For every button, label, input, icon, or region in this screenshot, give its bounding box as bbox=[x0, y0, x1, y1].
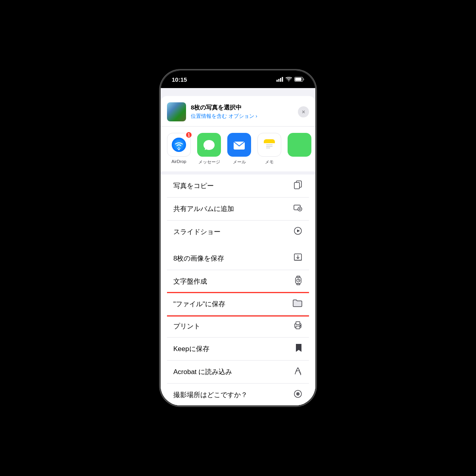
keep-item[interactable]: Keepに保存 bbox=[167, 338, 309, 361]
svg-rect-34 bbox=[296, 322, 300, 324]
messages-svg bbox=[202, 138, 216, 152]
save-to-files-item[interactable]: "ファイル"に保存 bbox=[167, 293, 309, 315]
share-header: 8枚の写真を選択中 位置情報を含む オプション › × bbox=[161, 96, 315, 127]
watch-face-label: 文字盤作成 bbox=[173, 277, 207, 286]
status-time: 10:15 bbox=[172, 76, 187, 83]
copy-photo-label: 写真をコピー bbox=[173, 181, 214, 190]
share-close-button[interactable]: × bbox=[298, 106, 309, 117]
app-icon-messages[interactable]: メッセージ bbox=[197, 133, 221, 165]
svg-rect-1 bbox=[278, 79, 280, 82]
app-icon-mail[interactable]: メール bbox=[227, 133, 251, 165]
action-group-2: 8枚の画像を保存 文字盤作成 bbox=[167, 247, 309, 405]
print-icon bbox=[293, 321, 303, 332]
airdrop-svg bbox=[171, 137, 186, 152]
svg-rect-0 bbox=[276, 80, 278, 82]
mail-icon-bg bbox=[227, 133, 251, 157]
airdrop-badge: 1 bbox=[185, 131, 192, 138]
where-photo-label: 撮影場所はどこですか？ bbox=[173, 390, 248, 399]
svg-rect-28 bbox=[297, 284, 300, 285]
share-subtitle: 位置情報を含む オプション › bbox=[191, 113, 293, 120]
share-subtitle-static: 位置情報を含む bbox=[191, 113, 227, 119]
app-icon-mail-wrapper bbox=[227, 133, 251, 157]
content-area: 8枚の写真を選択中 位置情報を含む オプション › × bbox=[161, 88, 315, 405]
signal-icon bbox=[276, 77, 283, 82]
add-shared-album-label: 共有アルバムに追加 bbox=[173, 204, 234, 213]
notes-label: メモ bbox=[265, 159, 274, 165]
slideshow-label: スライドショー bbox=[173, 227, 221, 236]
svg-rect-2 bbox=[280, 78, 281, 82]
mail-svg bbox=[232, 138, 246, 152]
print-label: プリント bbox=[173, 322, 200, 331]
mail-label: メール bbox=[233, 159, 246, 165]
status-icons bbox=[276, 77, 304, 82]
svg-rect-5 bbox=[295, 78, 301, 81]
save-images-item[interactable]: 8枚の画像を保存 bbox=[167, 247, 309, 270]
keep-label: Keepに保存 bbox=[173, 344, 209, 353]
share-subtitle-link[interactable]: オプション › bbox=[228, 113, 257, 119]
wifi-icon bbox=[286, 77, 292, 82]
svg-rect-3 bbox=[282, 77, 283, 82]
where-photo-item[interactable]: 撮影場所はどこですか？ bbox=[167, 384, 309, 405]
notes-icon-bg bbox=[257, 133, 281, 157]
app-icon-notes[interactable]: メモ bbox=[257, 133, 281, 165]
copy-photo-icon bbox=[293, 180, 303, 192]
print-item[interactable]: プリント bbox=[167, 315, 309, 338]
app-icon-notes-wrapper bbox=[257, 133, 281, 157]
action-group-1: 写真をコピー 共有アルバムに追加 bbox=[167, 175, 309, 243]
app-icon-airdrop-wrapper: 1 bbox=[167, 133, 191, 157]
messages-icon-bg bbox=[197, 133, 221, 157]
partial-icon-bg bbox=[288, 133, 311, 157]
acrobat-icon bbox=[293, 366, 303, 378]
save-images-label: 8枚の画像を保存 bbox=[173, 254, 224, 263]
share-thumbnail bbox=[167, 102, 186, 121]
app-icon-messages-wrapper bbox=[197, 133, 221, 157]
slideshow-item[interactable]: スライドショー bbox=[167, 221, 309, 243]
status-bar: 10:15 bbox=[161, 71, 315, 88]
slideshow-icon bbox=[293, 226, 303, 238]
watch-face-icon bbox=[294, 276, 303, 287]
keep-icon bbox=[295, 343, 303, 355]
battery-icon bbox=[294, 77, 304, 82]
share-sheet: 8枚の写真を選択中 位置情報を含む オプション › × bbox=[161, 96, 315, 405]
messages-label: メッセージ bbox=[198, 159, 220, 165]
svg-marker-23 bbox=[297, 230, 300, 232]
watch-face-item[interactable]: 文字盤作成 bbox=[167, 270, 309, 293]
save-to-files-icon bbox=[292, 299, 303, 309]
svg-rect-17 bbox=[294, 182, 299, 189]
phone-frame: 10:15 bbox=[161, 71, 315, 405]
svg-point-35 bbox=[300, 325, 301, 326]
app-icon-partial[interactable] bbox=[288, 133, 311, 165]
acrobat-label: Acrobat に読み込み bbox=[173, 367, 232, 376]
add-shared-album-icon bbox=[293, 203, 303, 215]
app-icons-row: 1 AirDrop メッセージ bbox=[161, 127, 315, 175]
add-shared-album-item[interactable]: 共有アルバムに追加 bbox=[167, 198, 309, 221]
save-to-files-label: "ファイル"に保存 bbox=[173, 299, 225, 309]
share-info: 8枚の写真を選択中 位置情報を含む オプション › bbox=[191, 104, 293, 120]
save-images-icon bbox=[293, 253, 303, 264]
svg-rect-27 bbox=[297, 276, 300, 277]
copy-photo-item[interactable]: 写真をコピー bbox=[167, 175, 309, 198]
app-icon-partial-wrapper bbox=[288, 133, 311, 157]
where-photo-icon bbox=[293, 389, 303, 401]
share-title: 8枚の写真を選択中 bbox=[191, 104, 293, 111]
airdrop-label: AirDrop bbox=[171, 159, 186, 164]
svg-rect-33 bbox=[296, 326, 300, 329]
svg-point-38 bbox=[298, 393, 299, 395]
acrobat-item[interactable]: Acrobat に読み込み bbox=[167, 361, 309, 384]
app-icon-airdrop[interactable]: 1 AirDrop bbox=[167, 133, 191, 165]
notes-svg bbox=[262, 138, 276, 152]
